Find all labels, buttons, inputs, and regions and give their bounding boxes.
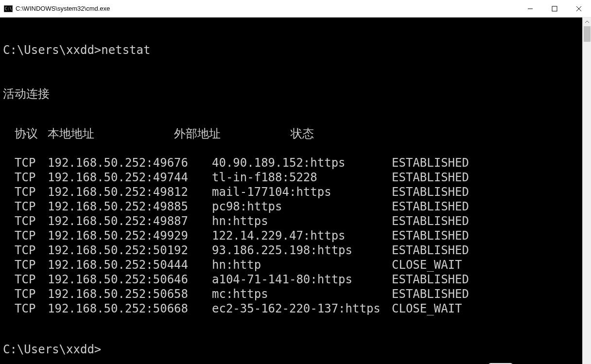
cell-state: ESTABLISHED [392,156,469,170]
cell-local: 192.168.50.252:49887 [48,214,212,228]
cell-proto: TCP [3,243,48,258]
cell-state: CLOSE_WAIT [392,258,462,272]
connection-row: TCP192.168.50.252:49887hn:httpsESTABLISH… [3,214,582,228]
cell-state: ESTABLISHED [392,287,469,301]
watermark: 头条 @微课传媒 [488,362,580,364]
vertical-scrollbar[interactable] [582,17,591,364]
cell-foreign: mail-177104:https [212,185,392,199]
cell-state: ESTABLISHED [392,228,469,243]
cell-local: 192.168.50.252:50192 [48,243,212,258]
command-text: netstat [101,43,150,57]
connection-row: TCP192.168.50.252:49744tl-in-f188:5228ES… [3,170,582,185]
scroll-thumb[interactable] [584,26,591,42]
cmd-window: C:\ C:\WINDOWS\system32\cmd.exe C:\Users… [0,0,591,364]
cell-state: ESTABLISHED [392,199,469,214]
cell-proto: TCP [3,199,48,214]
connection-row: TCP192.168.50.252:50658mc:httpsESTABLISH… [3,287,582,301]
cell-foreign: tl-in-f188:5228 [212,170,392,185]
cell-local: 192.168.50.252:49929 [48,228,212,243]
cell-foreign: 40.90.189.152:https [212,156,392,170]
cell-foreign: mc:https [212,287,392,301]
cell-local: 192.168.50.252:49885 [48,199,212,214]
svg-rect-3 [552,6,557,11]
cell-state: ESTABLISHED [392,185,469,199]
cell-state: CLOSE_WAIT [392,301,462,316]
header-proto: 协议 [3,126,48,141]
cell-state: ESTABLISHED [392,243,469,258]
header-local: 本地地址 [48,126,174,141]
cell-local: 192.168.50.252:49812 [48,185,212,199]
cell-foreign: hn:http [212,258,392,272]
prompt-line-2: C:\Users\xxdd> [3,342,582,357]
header-state: 状态 [291,126,314,141]
svg-text:C:\: C:\ [5,7,12,11]
header-foreign: 外部地址 [174,126,291,141]
client-area: C:\Users\xxdd>netstat 活动连接 协议本地地址外部地址状态 … [0,17,591,364]
cell-local: 192.168.50.252:50444 [48,258,212,272]
cell-local: 192.168.50.252:50646 [48,272,212,287]
connection-row: TCP192.168.50.252:49885pc98:httpsESTABLI… [3,199,582,214]
cell-foreign: hn:https [212,214,392,228]
cell-local: 192.168.50.252:50658 [48,287,212,301]
cell-state: ESTABLISHED [392,214,469,228]
cell-proto: TCP [3,287,48,301]
maximize-button[interactable] [542,0,567,17]
cmd-icon: C:\ [4,5,13,13]
column-headers: 协议本地地址外部地址状态 [3,126,582,141]
minimize-button[interactable] [518,0,542,17]
cell-proto: TCP [3,272,48,287]
terminal-output[interactable]: C:\Users\xxdd>netstat 活动连接 协议本地地址外部地址状态 … [0,17,582,364]
cell-foreign: 93.186.225.198:https [212,243,392,258]
cell-foreign: ec2-35-162-220-137:https [212,301,392,316]
scroll-up-button[interactable] [583,17,591,26]
cell-proto: TCP [3,301,48,316]
prompt-path: C:\Users\xxdd> [3,343,101,356]
cell-proto: TCP [3,228,48,243]
cell-proto: TCP [3,258,48,272]
cell-proto: TCP [3,170,48,185]
connection-row: TCP192.168.50.252:50444hn:httpCLOSE_WAIT [3,258,582,272]
cell-foreign: a104-71-141-80:https [212,272,392,287]
scroll-track[interactable] [583,26,591,364]
connection-row: TCP192.168.50.252:50668ec2-35-162-220-13… [3,301,582,316]
prompt-path: C:\Users\xxdd> [3,43,101,57]
cell-proto: TCP [3,185,48,199]
connection-row: TCP192.168.50.252:5019293.186.225.198:ht… [3,243,582,258]
connection-row: TCP192.168.50.252:49812mail-177104:https… [3,185,582,199]
cell-proto: TCP [3,156,48,170]
titlebar[interactable]: C:\ C:\WINDOWS\system32\cmd.exe [0,0,591,17]
connection-row: TCP192.168.50.252:50646a104-71-141-80:ht… [3,272,582,287]
watermark-text: @微课传媒 [517,362,580,364]
cell-local: 192.168.50.252:49744 [48,170,212,185]
connection-row: TCP192.168.50.252:49929122.14.229.47:htt… [3,228,582,243]
close-button[interactable] [567,0,591,17]
cell-foreign: pc98:https [212,199,392,214]
connection-row: TCP192.168.50.252:4967640.90.189.152:htt… [3,156,582,170]
prompt-line-1: C:\Users\xxdd>netstat [3,43,582,57]
cell-proto: TCP [3,214,48,228]
cell-local: 192.168.50.252:49676 [48,156,212,170]
cell-local: 192.168.50.252:50668 [48,301,212,316]
section-title: 活动连接 [3,87,582,101]
cell-state: ESTABLISHED [392,170,469,185]
window-title: C:\WINDOWS\system32\cmd.exe [16,5,110,12]
cell-foreign: 122.14.229.47:https [212,228,392,243]
cell-state: ESTABLISHED [392,272,469,287]
